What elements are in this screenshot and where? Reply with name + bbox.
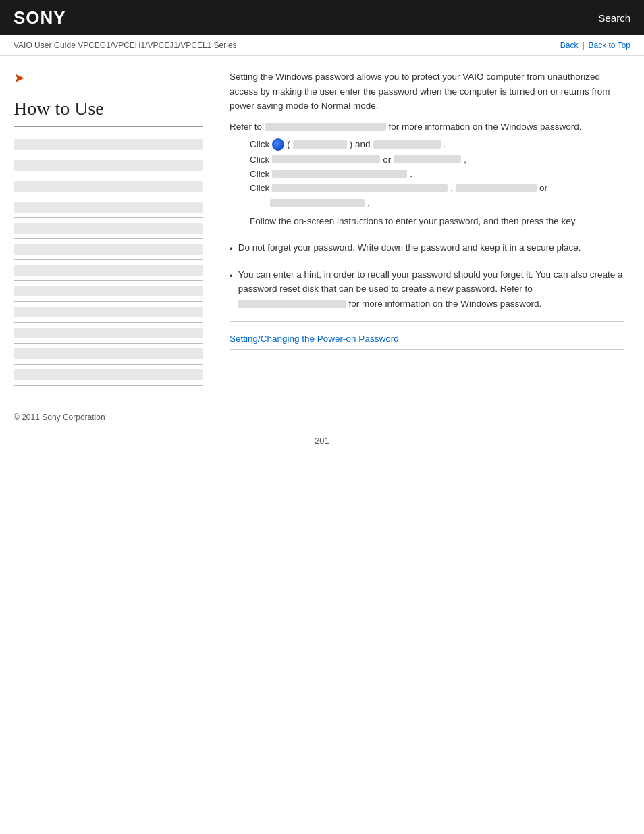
- step1-click-label: Click: [250, 139, 269, 149]
- sidebar-link-3[interactable]: [14, 181, 203, 192]
- follow-text: Follow the on-screen instructions to ent…: [250, 215, 624, 228]
- step-3: Click .: [250, 169, 624, 179]
- sidebar-title: How to Use: [14, 98, 203, 120]
- refer-suffix: for more information on the Windows pass…: [389, 122, 582, 132]
- step4-click-label: Click: [250, 183, 269, 193]
- chevron-right-icon: ➤: [14, 70, 203, 86]
- sidebar-link-row: [14, 238, 203, 259]
- step4-period: .: [367, 197, 370, 208]
- content-divider-bottom: [230, 349, 624, 350]
- step-1: Click ( ) and .: [250, 138, 624, 151]
- step2-comma: ,: [464, 155, 466, 165]
- step2-or-label: or: [383, 155, 391, 165]
- sidebar-link-row: [14, 134, 203, 155]
- windows-icon: [272, 138, 284, 151]
- sidebar-link-12[interactable]: [14, 369, 203, 380]
- nav-separator: |: [582, 41, 584, 50]
- step4-comma: ,: [450, 183, 453, 193]
- sidebar-link-row: [14, 176, 203, 197]
- refer-line: Refer to for more information on the Win…: [230, 122, 624, 132]
- sidebar-link-1[interactable]: [14, 139, 203, 150]
- related-link[interactable]: Setting/Changing the Power-on Password: [230, 334, 399, 344]
- content-divider-top: [230, 321, 624, 322]
- page-number: 201: [0, 429, 644, 452]
- breadcrumb-bar: VAIO User Guide VPCEG1/VPCEH1/VPCEJ1/VPC…: [0, 35, 644, 56]
- search-button[interactable]: Search: [598, 12, 630, 24]
- note-1: • Do not forget your password. Write dow…: [230, 240, 624, 257]
- content-area: Setting the Windows password allows you …: [216, 63, 644, 392]
- sidebar-link-row: [14, 301, 203, 322]
- nav-links: Back | Back to Top: [560, 41, 630, 50]
- sidebar-link-6[interactable]: [14, 244, 203, 255]
- sidebar-divider: [14, 126, 203, 127]
- refer-prefix: Refer to: [230, 122, 262, 132]
- step1-paren-open: (: [287, 139, 290, 149]
- step1-and-placeholder: [373, 140, 441, 149]
- footer: © 2011 Sony Corporation: [0, 399, 644, 429]
- sidebar-link-4[interactable]: [14, 202, 203, 213]
- sidebar: ➤ How to Use: [0, 63, 216, 392]
- step4-or-label: or: [539, 183, 547, 193]
- step1-text-placeholder: [293, 140, 347, 149]
- header: SONY Search: [0, 0, 644, 35]
- refer-link-placeholder: [265, 123, 386, 131]
- bullet-icon-2: •: [230, 269, 233, 311]
- step-2: Click or ,: [250, 155, 624, 165]
- back-link[interactable]: Back: [560, 41, 579, 50]
- sidebar-link-9[interactable]: [14, 307, 203, 317]
- sidebar-link-2[interactable]: [14, 160, 203, 171]
- sidebar-link-row: [14, 155, 203, 176]
- sidebar-link-row: [14, 364, 203, 386]
- sidebar-link-row: [14, 280, 203, 301]
- step-4: Click , or: [250, 183, 624, 193]
- sidebar-link-5[interactable]: [14, 223, 203, 234]
- step3-placeholder: [272, 170, 407, 178]
- main-container: ➤ How to Use Setting the Windows passwor…: [0, 56, 644, 399]
- guide-title: VAIO User Guide VPCEG1/VPCEH1/VPCEJ1/VPC…: [14, 41, 237, 50]
- sony-logo: SONY: [14, 7, 66, 28]
- step4-placeholder-a: [272, 184, 448, 192]
- step1-paren-close: ) and: [350, 139, 371, 149]
- sidebar-link-row: [14, 197, 203, 217]
- note-2: • You can enter a hint, in order to reca…: [230, 267, 624, 311]
- sidebar-link-8[interactable]: [14, 286, 203, 296]
- sidebar-link-row: [14, 217, 203, 238]
- step4-placeholder-b: [456, 184, 537, 192]
- note-1-text: Do not forget your password. Write down …: [238, 240, 581, 257]
- note2-refer-placeholder: [238, 300, 346, 308]
- step1-period: .: [444, 139, 446, 149]
- intro-paragraph: Setting the Windows password allows you …: [230, 70, 624, 113]
- sidebar-link-7[interactable]: [14, 265, 203, 276]
- bullet-icon-1: •: [230, 242, 233, 257]
- step2-placeholder-b: [394, 155, 461, 163]
- back-to-top-link[interactable]: Back to Top: [589, 41, 630, 50]
- sidebar-link-10[interactable]: [14, 328, 203, 338]
- follow-text-content: Follow the on-screen instructions to ent…: [250, 216, 577, 226]
- step3-period: .: [410, 169, 412, 179]
- sidebar-link-row: [14, 322, 203, 343]
- note-2-text: You can enter a hint, in order to recall…: [238, 267, 624, 311]
- step2-placeholder-a: [272, 155, 380, 163]
- sidebar-link-11[interactable]: [14, 348, 203, 359]
- copyright-text: © 2011 Sony Corporation: [14, 413, 105, 422]
- notes-section: • Do not forget your password. Write dow…: [230, 240, 624, 311]
- sidebar-link-row: [14, 259, 203, 280]
- step3-click-label: Click: [250, 169, 269, 179]
- sidebar-link-row: [14, 343, 203, 364]
- step2-click-label: Click: [250, 155, 269, 165]
- step4-placeholder-c: [270, 199, 365, 207]
